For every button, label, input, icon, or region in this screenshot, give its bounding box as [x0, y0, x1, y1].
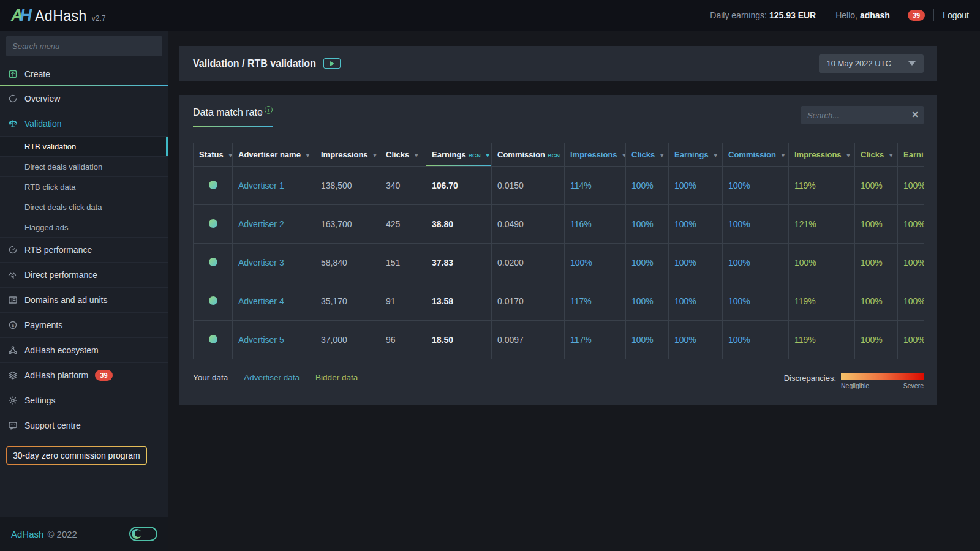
sidebar-item-support-centre[interactable]: Support centre — [0, 413, 168, 438]
cell-clicks-bidder: 100% — [855, 282, 898, 321]
column-header-clicks-your[interactable]: Clicks▼ — [380, 143, 426, 167]
column-header-earnings-bidder[interactable]: Earnings▼ — [898, 143, 924, 167]
column-header-impressions-your[interactable]: Impressions▼ — [315, 143, 380, 167]
legend-tab-bidder-data[interactable]: Bidder data — [315, 373, 358, 382]
column-header-label: Earnings — [674, 150, 709, 159]
column-header-clicks-advertiser[interactable]: Clicks▼ — [626, 143, 669, 167]
logout-button[interactable]: Logout — [943, 10, 969, 20]
column-header-impressions-bidder[interactable]: Impressions▼ — [789, 143, 855, 167]
sidebar-item-settings[interactable]: Settings — [0, 388, 168, 413]
cell-impressions-your: 163,700 — [315, 205, 380, 244]
info-icon[interactable]: i — [265, 106, 273, 114]
discrepancies-legend: Discrepancies: Negligible Severe — [784, 373, 924, 389]
sidebar-subitem-direct-deals-validation[interactable]: Direct deals validation — [0, 157, 168, 177]
topbar: AH AdHash v2.7 Daily earnings:125.93 EUR… — [0, 0, 980, 31]
cell-impressions-your: 35,170 — [315, 282, 380, 321]
column-header-commission-advertiser[interactable]: Commission▼ — [723, 143, 789, 167]
play-tutorial-button[interactable] — [323, 58, 341, 69]
sort-arrow-icon: ▼ — [622, 152, 626, 159]
notification-badge[interactable]: 39 — [908, 10, 925, 21]
discrepancies-label: Discrepancies: — [784, 373, 836, 383]
advertiser-link[interactable]: Advertiser 5 — [238, 335, 284, 345]
clear-search-icon[interactable]: ✕ — [911, 110, 919, 119]
nav-item-label: Validation — [24, 119, 61, 129]
column-header-label: Impressions — [321, 150, 368, 159]
advertiser-link[interactable]: Advertiser 4 — [238, 296, 284, 306]
legend-tab-advertiser-data[interactable]: Advertiser data — [244, 373, 300, 382]
column-header-status-your[interactable]: Status▼ — [194, 143, 233, 167]
sidebar-item-adhash-platform[interactable]: AdHash platform39 — [0, 363, 168, 388]
column-header-advertiser-name-your[interactable]: Advertiser name▼ — [233, 143, 315, 167]
zero-commission-program-label: 30-day zero commission program — [7, 447, 146, 464]
sidebar-search-input[interactable] — [6, 36, 162, 56]
sort-arrow-icon: ▼ — [413, 152, 419, 159]
nav-item-label: RTB performance — [24, 245, 92, 255]
sidebar-item-domains-and-ad-units[interactable]: Domains and ad units — [0, 288, 168, 313]
cell-commission-your: 0.0097 — [492, 321, 565, 359]
sidebar-subitem-rtb-validation[interactable]: RTB validation — [0, 137, 168, 157]
panel-title: Data match rate — [193, 107, 263, 118]
validation-scales-icon — [8, 119, 18, 129]
column-header-clicks-bidder[interactable]: Clicks▼ — [855, 143, 898, 167]
sidebar-item-direct-performance[interactable]: Direct performance — [0, 263, 168, 288]
column-header-label: Commission — [497, 150, 545, 159]
cell-earnings-advertiser: 100% — [669, 205, 723, 244]
nav-item-label: Create — [24, 69, 50, 79]
sidebar-subitem-rtb-click-data[interactable]: RTB click data — [0, 177, 168, 197]
column-header-earnings-your[interactable]: EarningsBGN▼ — [426, 143, 492, 167]
sort-arrow-icon: ▼ — [659, 152, 665, 159]
sidebar-item-validation[interactable]: Validation — [0, 111, 168, 137]
cell-impressions-bidder: 121% — [789, 205, 855, 244]
notification-badge: 39 — [95, 370, 112, 381]
column-header-earnings-advertiser[interactable]: Earnings▼ — [669, 143, 723, 167]
column-header-label: Status — [199, 150, 224, 159]
cell-clicks-bidder: 100% — [855, 321, 898, 359]
gear-icon — [8, 395, 18, 405]
nav-item-label: RTB validation — [24, 142, 76, 151]
logo[interactable]: AH AdHash v2.7 — [11, 6, 106, 25]
date-select[interactable]: 10 May 2022 UTC — [819, 54, 924, 73]
cell-earnings-advertiser: 100% — [669, 321, 723, 359]
column-header-impressions-advertiser[interactable]: Impressions▼ — [565, 143, 626, 167]
domains-icon — [8, 295, 18, 305]
sidebar-item-payments[interactable]: $Payments — [0, 313, 168, 338]
advertiser-link[interactable]: Advertiser 2 — [238, 219, 284, 229]
column-header-commission-your[interactable]: CommissionBGN▼ — [492, 143, 565, 167]
cell-earnings-bidder: 100% — [898, 167, 924, 205]
sidebar-item-rtb-performance[interactable]: RTB performance — [0, 238, 168, 263]
discrepancy-max-label: Severe — [903, 382, 924, 389]
sidebar-subitem-flagged-ads[interactable]: Flagged ads — [0, 217, 168, 238]
cell-impressions-advertiser: 117% — [565, 282, 626, 321]
nav-item-label: Domains and ad units — [24, 295, 107, 305]
zero-commission-program-button[interactable]: 30-day zero commission program — [6, 446, 147, 465]
cell-clicks-your: 151 — [380, 244, 426, 282]
cell-earnings-your: 38.80 — [426, 205, 492, 244]
layers-icon — [8, 370, 18, 380]
advertiser-link[interactable]: Advertiser 3 — [238, 258, 284, 268]
sidebar-item-adhash-ecosystem[interactable]: AdHash ecosystem — [0, 338, 168, 363]
cell-impressions-your: 37,000 — [315, 321, 380, 359]
footer-brand-link[interactable]: AdHash — [11, 529, 43, 539]
dark-mode-toggle[interactable] — [129, 527, 157, 541]
status-ok-dot — [209, 296, 217, 305]
sidebar-item-create[interactable]: Create — [0, 61, 168, 86]
cell-clicks-bidder: 100% — [855, 205, 898, 244]
sidebar-subitem-direct-deals-click-data[interactable]: Direct deals click data — [0, 197, 168, 217]
advertiser-link[interactable]: Advertiser 1 — [238, 181, 284, 190]
nav-item-label: Overview — [24, 94, 60, 103]
sort-arrow-icon: ▼ — [846, 152, 851, 159]
cell-earnings-your: 13.58 — [426, 282, 492, 321]
handshake-icon — [8, 270, 18, 280]
sidebar-item-overview[interactable]: Overview — [0, 86, 168, 111]
nav-item-label: Flagged ads — [24, 223, 69, 232]
sort-arrow-icon: ▼ — [888, 152, 894, 159]
column-header-label: Advertiser name — [238, 150, 301, 159]
nav-item-label: Direct performance — [24, 270, 97, 280]
cell-earnings-your: 106.70 — [426, 167, 492, 205]
logo-title: AdHash — [35, 8, 87, 24]
legend-tab-your-data[interactable]: Your data — [193, 373, 228, 382]
cell-clicks-advertiser: 100% — [626, 244, 669, 282]
table-search-input[interactable] — [801, 106, 924, 124]
column-header-label: Impressions — [794, 150, 842, 159]
cell-clicks-your: 425 — [380, 205, 426, 244]
